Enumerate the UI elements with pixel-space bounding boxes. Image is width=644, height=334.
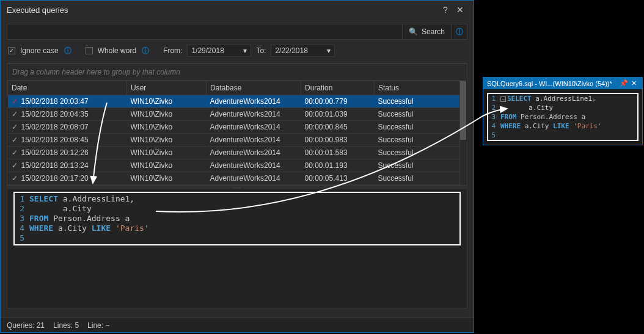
table-header-row: Date User Database Duration Status bbox=[8, 81, 467, 95]
table-row[interactable]: ✓15/02/2018 20:04:35WIN10\ZivkoAdventure… bbox=[8, 108, 467, 121]
checkmark-icon: ✓ bbox=[12, 161, 20, 170]
col-user[interactable]: User bbox=[127, 81, 207, 95]
code-text: −SELECT a.AddressLine1, bbox=[500, 94, 596, 103]
table-row[interactable]: ✓15/02/2018 20:12:26WIN10\ZivkoAdventure… bbox=[8, 147, 467, 159]
cell-duration: 00:00:01.583 bbox=[301, 147, 375, 159]
to-label: To: bbox=[256, 46, 266, 55]
checkmark-icon: ✓ bbox=[12, 110, 20, 118]
code-text: FROM Person.Address a bbox=[500, 112, 585, 122]
cell-status: Successful bbox=[375, 134, 467, 147]
search-info[interactable]: ⓘ bbox=[451, 24, 467, 39]
chevron-down-icon: ▾ bbox=[243, 46, 247, 55]
code-line: 5 bbox=[15, 233, 459, 243]
sql-preview-pane: 1SELECT a.AddressLine1,2 a.City3FROM Per… bbox=[7, 189, 467, 308]
help-button[interactable]: ? bbox=[438, 5, 453, 15]
table-row[interactable]: ✓15/02/2018 20:08:45WIN10\ZivkoAdventure… bbox=[8, 134, 467, 147]
line-number: 2 bbox=[488, 103, 500, 112]
code-text: FROM Person.Address a bbox=[29, 214, 130, 223]
cell-status: Successful bbox=[375, 159, 467, 172]
search-icon: 🔍 bbox=[409, 27, 418, 36]
table-row[interactable]: ✓15/02/2018 20:17:20WIN10\ZivkoAdventure… bbox=[8, 172, 467, 185]
scrollbar-thumb[interactable] bbox=[460, 81, 466, 140]
cell-duration: 00:00:00.845 bbox=[301, 121, 375, 134]
code-text: SELECT a.AddressLine1, bbox=[29, 194, 134, 204]
cell-database: AdventureWorks2014 bbox=[207, 108, 301, 121]
cell-database: AdventureWorks2014 bbox=[207, 147, 301, 159]
preview-sql-code[interactable]: 1−SELECT a.AddressLine1,2 a.City3FROM Pe… bbox=[487, 93, 639, 141]
sql-code[interactable]: 1SELECT a.AddressLine1,2 a.City3FROM Per… bbox=[13, 192, 461, 245]
cell-duration: 00:00:01.039 bbox=[301, 108, 375, 121]
search-input[interactable] bbox=[7, 24, 402, 39]
scrollbar[interactable] bbox=[459, 81, 467, 185]
checkmark-icon: ✓ bbox=[12, 123, 20, 131]
to-date-value: 2/22/2018 bbox=[275, 46, 307, 55]
search-button[interactable]: 🔍 Search bbox=[402, 24, 451, 39]
table-row[interactable]: ✓15/02/2018 20:08:07WIN10\ZivkoAdventure… bbox=[8, 121, 467, 134]
cell-user: WIN10\Zivko bbox=[127, 108, 207, 121]
checkmark-icon: ✓ bbox=[12, 174, 20, 183]
cell-database: AdventureWorks2014 bbox=[207, 121, 301, 134]
results-table: Date User Database Duration Status ✓15/0… bbox=[7, 81, 467, 185]
code-text: WHERE a.City LIKE 'Paris' bbox=[500, 122, 602, 131]
cell-database: AdventureWorks2014 bbox=[207, 172, 301, 185]
cell-date: 15/02/2018 20:08:07 bbox=[21, 123, 89, 131]
whole-word-checkbox[interactable] bbox=[86, 47, 93, 54]
cell-duration: 00:00:00.983 bbox=[301, 134, 375, 147]
tab-preview-window: SQLQuery6.sql - WI...(WIN10\Zivko (54))*… bbox=[483, 77, 643, 145]
code-line: 5 bbox=[488, 131, 637, 140]
cell-duration: 00:00:01.193 bbox=[301, 159, 375, 172]
code-line: 3FROM Person.Address a bbox=[15, 214, 459, 223]
close-button[interactable]: ✕ bbox=[453, 5, 467, 15]
search-bar: 🔍 Search ⓘ bbox=[7, 24, 467, 40]
line-number: 4 bbox=[488, 122, 500, 131]
line-number: 1 bbox=[15, 194, 29, 204]
cell-date: 15/02/2018 20:13:24 bbox=[21, 161, 89, 170]
code-line: 3FROM Person.Address a bbox=[488, 112, 637, 122]
content: 🔍 Search ⓘ Ignore case ⓘ Whole word ⓘ Fr… bbox=[1, 19, 474, 313]
line-number: 5 bbox=[15, 233, 29, 243]
pin-icon[interactable]: 📌 bbox=[619, 79, 629, 87]
search-button-label: Search bbox=[422, 27, 445, 36]
chevron-down-icon: ▾ bbox=[327, 46, 331, 55]
col-date[interactable]: Date bbox=[8, 81, 127, 95]
checkmark-icon: ✓ bbox=[12, 97, 20, 106]
to-date-input[interactable]: 2/22/2018 ▾ bbox=[271, 45, 335, 57]
ignore-case-label: Ignore case bbox=[20, 46, 59, 55]
code-line: 2 a.City bbox=[488, 103, 637, 112]
table-row[interactable]: ✓15/02/2018 20:13:24WIN10\ZivkoAdventure… bbox=[8, 159, 467, 172]
cell-date: 15/02/2018 20:04:35 bbox=[21, 110, 89, 118]
info-icon[interactable]: ⓘ bbox=[64, 46, 72, 55]
code-text: a.City bbox=[500, 103, 553, 112]
line-number: 3 bbox=[488, 112, 500, 122]
from-date-input[interactable]: 1/29/2018 ▾ bbox=[187, 45, 251, 57]
line-number: 1 bbox=[488, 94, 500, 103]
preview-title: SQLQuery6.sql - WI...(WIN10\Zivko (54))* bbox=[487, 80, 619, 87]
line-number: 5 bbox=[488, 131, 500, 140]
col-status[interactable]: Status bbox=[375, 81, 467, 95]
executed-queries-window: Executed queries ? ✕ 🔍 Search ⓘ Ignore c… bbox=[0, 0, 474, 333]
window-title: Executed queries bbox=[7, 5, 438, 15]
cell-date: 15/02/2018 20:17:20 bbox=[21, 174, 89, 183]
info-icon[interactable]: ⓘ bbox=[141, 46, 150, 55]
checkmark-icon: ✓ bbox=[12, 136, 20, 144]
cell-date: 15/02/2018 20:12:26 bbox=[21, 148, 89, 157]
cell-user: WIN10\Zivko bbox=[127, 159, 207, 172]
collapse-icon[interactable]: − bbox=[500, 96, 506, 102]
col-database[interactable]: Database bbox=[207, 81, 301, 95]
status-bar: Queries: 21 Lines: 5 Line: ~ bbox=[1, 318, 474, 332]
from-date-value: 1/29/2018 bbox=[191, 46, 224, 55]
cell-database: AdventureWorks2014 bbox=[207, 95, 301, 108]
table-row[interactable]: ✓15/02/2018 20:03:47WIN10\ZivkoAdventure… bbox=[8, 95, 467, 108]
close-icon[interactable]: ✕ bbox=[629, 79, 639, 87]
from-label: From: bbox=[163, 46, 182, 55]
cell-status: Successful bbox=[375, 95, 467, 108]
code-line: 4WHERE a.City LIKE 'Paris' bbox=[488, 122, 637, 131]
group-by-panel[interactable]: Drag a column header here to group by th… bbox=[7, 64, 467, 81]
preview-titlebar: SQLQuery6.sql - WI...(WIN10\Zivko (54))*… bbox=[483, 78, 642, 89]
ignore-case-checkbox[interactable] bbox=[8, 47, 15, 54]
cell-user: WIN10\Zivko bbox=[127, 121, 207, 134]
status-queries: Queries: 21 bbox=[7, 321, 45, 330]
col-duration[interactable]: Duration bbox=[301, 81, 375, 95]
filter-bar: Ignore case ⓘ Whole word ⓘ From: 1/29/20… bbox=[7, 40, 467, 64]
cell-user: WIN10\Zivko bbox=[127, 172, 207, 185]
